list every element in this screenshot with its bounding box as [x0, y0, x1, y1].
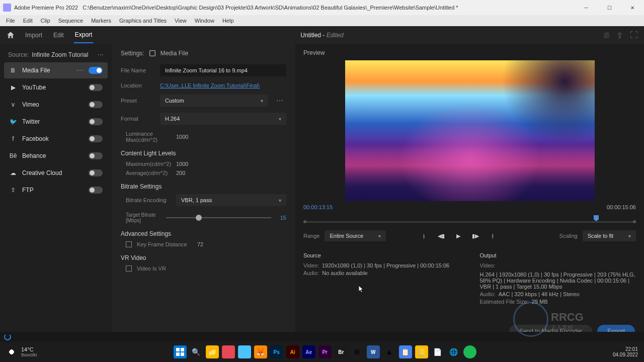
dest-ftp-toggle[interactable] [89, 187, 103, 194]
window-titlebar: Adobe Premiere Pro 2022 C:\Benutzer\maxi… [0, 0, 644, 15]
dest-vimeo[interactable]: v Vimeo [4, 97, 108, 113]
step-forward-button[interactable]: ▮▶ [470, 231, 480, 241]
location-label: Location [121, 82, 155, 88]
app-icon-4[interactable]: ▲ [383, 345, 396, 358]
menu-window[interactable]: Window [193, 17, 216, 25]
step-back-button[interactable]: ◀▮ [436, 231, 446, 241]
weather-widget[interactable]: 14°CBewölkt [6, 346, 37, 357]
explorer-icon[interactable]: 📁 [206, 345, 219, 358]
format-select[interactable]: H.264▾ [160, 113, 286, 125]
preview-scrubber[interactable] [303, 215, 636, 224]
quick-export-icon[interactable]: ⎚ [604, 31, 609, 40]
photoshop-icon[interactable]: Ps [270, 345, 283, 358]
premiere-icon[interactable]: Pr [318, 345, 332, 358]
system-tray[interactable]: 22:0104.09.2022 [613, 346, 638, 357]
range-select[interactable]: Entire Source▾ [325, 230, 386, 241]
app-icon-3[interactable]: ⚙ [351, 345, 364, 358]
dest-cc-toggle[interactable] [89, 169, 103, 176]
start-button[interactable] [174, 345, 187, 358]
target-bitrate-label: Target Bitrate [Mbps] [126, 212, 161, 223]
mark-in-button[interactable]: ⸠ [419, 231, 429, 241]
video-preview[interactable] [345, 60, 595, 201]
filename-label: File Name [121, 67, 155, 73]
source-menu-icon[interactable]: ⋯ [98, 51, 104, 58]
dest-youtube[interactable]: ▶ YouTube [4, 79, 108, 96]
target-bitrate-value[interactable]: 15 [276, 215, 286, 221]
chevron-down-icon: ▾ [261, 98, 263, 104]
location-link[interactable]: C:\User..LLE Infinite Zoom Tutorial\Fina… [160, 82, 260, 88]
share-icon[interactable]: ⇪ [616, 31, 623, 40]
dest-youtube-toggle[interactable] [89, 84, 103, 91]
dest-behance[interactable]: Bē Behance [4, 148, 108, 164]
scaling-select[interactable]: Scale to fit▾ [583, 230, 636, 241]
window-title: Adobe Premiere Pro 2022 C:\Benutzer\maxi… [14, 5, 575, 11]
fullscreen-icon[interactable]: ⛶ [630, 31, 638, 40]
menu-view[interactable]: View [173, 17, 189, 25]
media-file-icon: 🗎 [9, 66, 17, 74]
dest-behance-toggle[interactable] [89, 152, 103, 159]
dest-vimeo-toggle[interactable] [89, 101, 103, 108]
nav-export[interactable]: Export [74, 27, 94, 43]
media-settings-icon [148, 49, 156, 57]
dest-twitter[interactable]: 🐦 Twitter [4, 114, 108, 130]
nav-edit[interactable]: Edit [52, 28, 65, 43]
bridge-icon[interactable]: Br [335, 345, 348, 358]
target-bitrate-slider[interactable] [166, 217, 271, 218]
maximize-button[interactable]: ☐ [598, 0, 621, 15]
progress-icon [4, 333, 11, 340]
menu-sequence[interactable]: Sequence [56, 17, 86, 25]
preset-options-icon[interactable]: ⋯ [273, 97, 286, 105]
bitrate-encoding-select[interactable]: VBR, 1 pass▾ [176, 194, 286, 206]
preset-select[interactable]: Custom▾ [160, 95, 268, 107]
slider-thumb[interactable] [196, 215, 202, 221]
menu-graphics[interactable]: Graphics and Titles [117, 17, 169, 25]
app-icon-5[interactable]: 📋 [399, 345, 412, 358]
nav-import[interactable]: Import [24, 28, 43, 43]
play-button[interactable]: ▶ [453, 231, 463, 241]
youtube-icon: ▶ [9, 83, 17, 92]
aftereffects-icon[interactable]: Ae [302, 345, 315, 358]
document-title: Untitled - Edited [300, 32, 343, 39]
close-button[interactable]: ✕ [621, 0, 644, 15]
avgcll-value[interactable]: 200 [176, 170, 185, 176]
luminance-value[interactable]: 1000 [176, 134, 188, 140]
dest-creative-cloud[interactable]: ☁ Creative Cloud [4, 165, 108, 181]
app-icon-6[interactable]: 📒 [415, 345, 428, 358]
chevron-down-icon: ▾ [279, 116, 281, 122]
home-icon[interactable] [6, 31, 15, 40]
dest-options-icon[interactable]: ⋯ [76, 66, 84, 74]
mark-out-button[interactable]: ⸡ [488, 231, 498, 241]
menu-help[interactable]: Help [220, 17, 236, 25]
word-icon[interactable]: W [367, 345, 380, 358]
maxcll-value[interactable]: 1000 [176, 161, 188, 167]
vimeo-icon: v [9, 101, 17, 109]
spotify-icon[interactable] [463, 345, 476, 358]
menu-markers[interactable]: Markers [89, 17, 113, 25]
search-icon[interactable]: 🔍 [190, 345, 203, 358]
vr-checkbox[interactable] [126, 265, 132, 272]
keyframe-checkbox[interactable] [126, 241, 132, 247]
app-icon-2[interactable] [238, 345, 251, 358]
svg-rect-1 [176, 348, 180, 351]
dest-media-toggle[interactable] [89, 67, 103, 74]
maxcll-label: Maximum(cd/m^2) [126, 161, 171, 167]
dest-ftp[interactable]: ⇧ FTP [4, 182, 108, 198]
menu-file[interactable]: File [4, 17, 17, 25]
bitrate-header: Bitrate Settings [121, 183, 286, 190]
dest-facebook[interactable]: f Facebook [4, 131, 108, 147]
windows-taskbar: 14°CBewölkt 🔍 📁 🦊 Ps Ai Ae Pr Br ⚙ W ▲ 📋… [0, 342, 644, 362]
svg-rect-4 [181, 352, 184, 356]
minimize-button[interactable]: ─ [575, 0, 598, 15]
menu-clip[interactable]: Clip [39, 17, 52, 25]
dest-media-file[interactable]: 🗎 Media File ⋯ [4, 62, 108, 78]
firefox-icon[interactable]: 🦊 [254, 345, 267, 358]
menu-edit[interactable]: Edit [21, 17, 35, 25]
filename-input[interactable] [160, 64, 286, 76]
app-icon-1[interactable] [222, 345, 235, 358]
dest-twitter-toggle[interactable] [89, 118, 103, 125]
illustrator-icon[interactable]: Ai [286, 345, 299, 358]
chrome-icon[interactable]: 🌐 [447, 345, 460, 358]
current-time[interactable]: 00:00:13:15 [303, 204, 333, 210]
app-icon-7[interactable]: 📄 [431, 345, 444, 358]
dest-facebook-toggle[interactable] [89, 135, 103, 142]
